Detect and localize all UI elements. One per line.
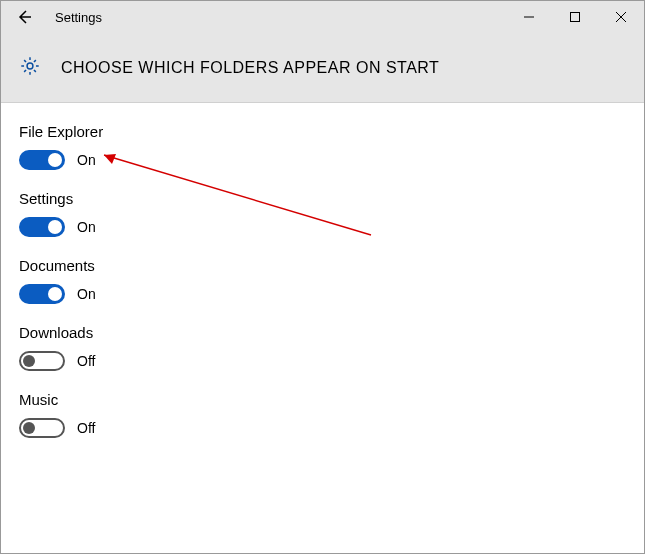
minimize-icon [523,11,535,23]
toggle-state-label: Off [77,420,95,436]
option-music: Music Off [19,391,620,438]
gear-icon [19,55,41,81]
toggle-downloads[interactable] [19,351,65,371]
option-label: File Explorer [19,123,620,140]
svg-rect-0 [571,13,580,22]
maximize-button[interactable] [552,1,598,33]
option-label: Settings [19,190,620,207]
option-documents: Documents On [19,257,620,304]
option-label: Documents [19,257,620,274]
close-button[interactable] [598,1,644,33]
option-label: Music [19,391,620,408]
svg-point-1 [27,63,33,69]
toggle-state-label: On [77,286,96,302]
toggle-documents[interactable] [19,284,65,304]
option-label: Downloads [19,324,620,341]
option-downloads: Downloads Off [19,324,620,371]
content-area[interactable]: File Explorer On Settings On Documents O… [1,103,644,554]
minimize-button[interactable] [506,1,552,33]
maximize-icon [569,11,581,23]
option-file-explorer: File Explorer On [19,123,620,170]
toggle-state-label: Off [77,353,95,369]
toggle-music[interactable] [19,418,65,438]
back-arrow-icon [16,9,32,25]
window-title: Settings [55,10,102,25]
page-header: CHOOSE WHICH FOLDERS APPEAR ON START [1,33,644,103]
back-button[interactable] [1,1,47,33]
option-settings: Settings On [19,190,620,237]
title-bar: Settings [1,1,644,33]
window-controls [506,1,644,33]
toggle-state-label: On [77,152,96,168]
toggle-settings[interactable] [19,217,65,237]
close-icon [615,11,627,23]
page-title: CHOOSE WHICH FOLDERS APPEAR ON START [61,59,439,77]
toggle-state-label: On [77,219,96,235]
toggle-file-explorer[interactable] [19,150,65,170]
